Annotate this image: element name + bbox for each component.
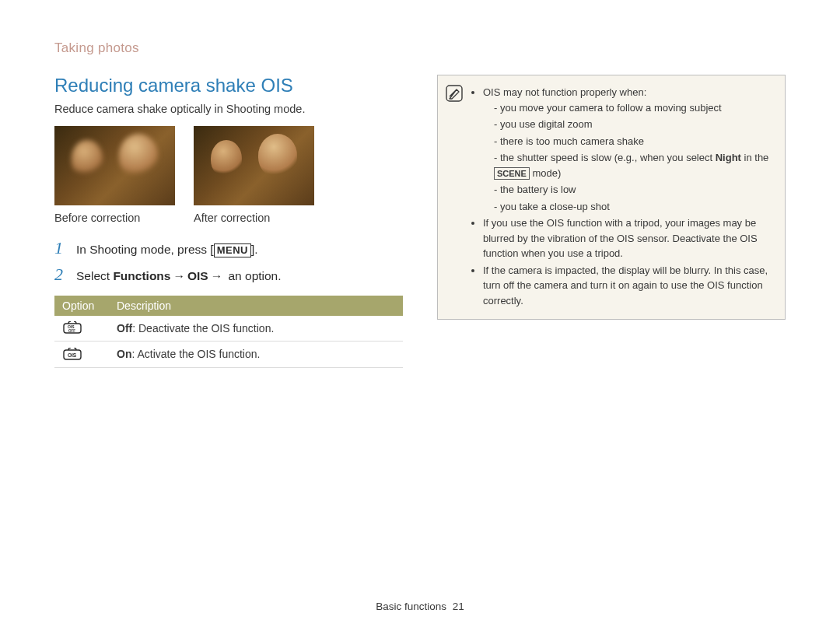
arrow-icon: → <box>208 269 226 282</box>
right-column: OIS may not function properly when: you … <box>437 75 786 368</box>
section-heading: Reducing camera shake OIS <box>54 75 403 96</box>
step-1: 1 In Shooting mode, press [MENU]. <box>54 238 403 258</box>
page-footer: Basic functions 21 <box>0 601 840 612</box>
photo-after <box>194 126 314 205</box>
note-dash-0: you move your camera to follow a moving … <box>494 100 774 116</box>
ois-on-icon: OIS <box>62 347 82 361</box>
table-row: OIS On: Activate the OIS function. <box>54 342 403 367</box>
svg-text:OFF: OFF <box>68 329 75 333</box>
photo-after-wrap: After correction <box>194 126 314 224</box>
intro-text: Reduce camera shake optically in Shootin… <box>54 103 403 115</box>
option-on-desc: : Activate the OIS function. <box>131 348 260 360</box>
note-bullet-1: If you use the OIS function with a tripo… <box>483 215 774 261</box>
note-d3-bold: Night <box>716 152 741 163</box>
step-2: 2 Select Functions→OIS→ an option. <box>54 264 403 285</box>
arrow-icon: → <box>170 269 187 282</box>
step-1-text: In Shooting mode, press [MENU]. <box>76 243 258 257</box>
note-bullets: OIS may not function properly when: you … <box>472 85 774 308</box>
note-dash-3: the shutter speed is slow (e.g., when yo… <box>494 150 774 180</box>
footer-page-number: 21 <box>453 601 464 612</box>
step-2-b1: Functions <box>113 269 170 282</box>
note-dash-2: there is too much camera shake <box>494 134 774 149</box>
note-b0-text: OIS may not function properly when: <box>483 86 646 98</box>
note-bullet-2: If the camera is impacted, the display w… <box>483 263 774 309</box>
step-2-pre: Select <box>76 269 113 282</box>
left-column: Reducing camera shake OIS Reduce camera … <box>54 75 403 368</box>
breadcrumb: Taking photos <box>54 40 786 56</box>
option-off-label: Off <box>117 322 132 335</box>
menu-key-icon: MENU <box>214 243 251 257</box>
step-2-b2: OIS <box>187 269 208 282</box>
note-icon <box>446 85 463 107</box>
note-d3-pre: the shutter speed is slow (e.g., when yo… <box>500 152 716 163</box>
footer-label: Basic functions <box>376 601 446 612</box>
note-dash-1: you use digital zoom <box>494 117 774 132</box>
svg-text:OIS: OIS <box>68 352 77 358</box>
options-table: Option Description OISOFF Off: Deactivat… <box>54 296 403 368</box>
option-on-label: On <box>117 348 131 360</box>
step-number: 2 <box>54 264 68 285</box>
note-dash-4: the battery is low <box>494 182 774 198</box>
note-dash-list: you move your camera to follow a moving … <box>483 100 774 215</box>
step-2-text: Select Functions→OIS→ an option. <box>76 269 282 283</box>
note-box: OIS may not function properly when: you … <box>437 75 786 320</box>
photo-before-caption: Before correction <box>54 212 175 224</box>
ois-off-icon: OISOFF <box>62 321 82 335</box>
col-header-description: Description <box>109 296 403 316</box>
photo-before <box>54 126 175 205</box>
table-row: OISOFF Off: Deactivate the OIS function. <box>54 316 403 342</box>
photo-before-wrap: Before correction <box>54 126 175 224</box>
steps-list: 1 In Shooting mode, press [MENU]. 2 Sele… <box>54 238 403 285</box>
col-header-option: Option <box>54 296 109 316</box>
step-1-post: ]. <box>251 243 258 256</box>
comparison-photos: Before correction After correction <box>54 126 403 224</box>
note-d3-mid: in the <box>741 152 768 163</box>
option-off-desc: : Deactivate the OIS function. <box>132 322 274 335</box>
note-bullet-0: OIS may not function properly when: you … <box>483 85 774 214</box>
step-1-pre: In Shooting mode, press [ <box>76 243 214 256</box>
photo-after-caption: After correction <box>194 212 314 224</box>
scene-key-icon: SCENE <box>494 167 530 180</box>
step-2-post: an option. <box>225 269 281 282</box>
step-number: 1 <box>54 238 68 258</box>
note-d3-post: mode) <box>530 167 561 179</box>
note-dash-5: you take a close-up shot <box>494 199 774 215</box>
manual-page: Taking photos Reducing camera shake OIS … <box>0 0 840 634</box>
two-column-layout: Reducing camera shake OIS Reduce camera … <box>54 75 786 368</box>
